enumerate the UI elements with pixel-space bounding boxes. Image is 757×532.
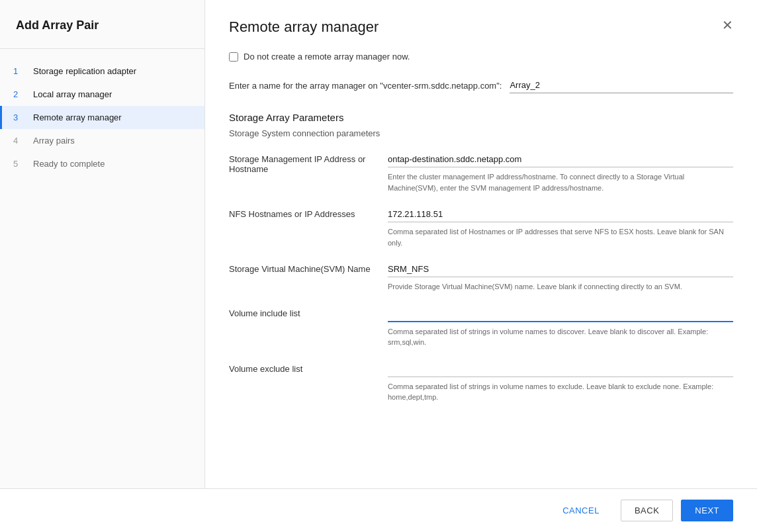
step-number-2: 2 [13,89,26,99]
field-input-0[interactable] [388,152,733,167]
form-group-3: Volume include listComma separated list … [229,306,733,348]
main-header: Remote array manager ✕ [229,19,733,36]
field-right-3: Comma separated list of strings in volum… [388,306,733,348]
form-group-4: Volume exclude listComma separated list … [229,361,733,403]
step-item-2[interactable]: 2 Local array manager [0,83,204,106]
field-input-2[interactable] [388,261,733,277]
main-panel: Remote array manager ✕ Do not create a r… [205,0,757,488]
section-subtitle: Storage System connection parameters [229,128,733,138]
field-right-1: Comma separated list of Hostnames or IP … [388,206,733,248]
no-create-label[interactable]: Do not create a remote array manager now… [244,52,410,62]
steps-list: 1 Storage replication adapter 2 Local ar… [0,49,204,186]
step-item-3[interactable]: 3 Remote array manager [0,106,204,129]
step-item-5[interactable]: 5 Ready to complete [0,152,204,175]
field-input-3[interactable] [388,306,733,322]
section-title: Storage Array Parameters [229,112,733,123]
form-group-2: Storage Virtual Machine(SVM) NameProvide… [229,261,733,292]
field-right-2: Provide Storage Virtual Machine(SVM) nam… [388,261,733,292]
no-create-checkbox[interactable] [229,52,238,62]
field-hint-4: Comma separated list of strings in volum… [388,381,733,403]
field-hint-3: Comma separated list of strings in volum… [388,326,733,348]
dialog-title: Add Array Pair [0,0,204,49]
cancel-button[interactable]: CANCEL [549,500,613,521]
step-number-4: 4 [13,136,26,146]
step-number-5: 5 [13,159,26,169]
field-label-0: Storage Management IP Address or Hostnam… [229,152,375,193]
page-title: Remote array manager [229,19,378,36]
field-label-4: Volume exclude list [229,361,375,403]
field-label-2: Storage Virtual Machine(SVM) Name [229,261,375,292]
back-button[interactable]: BACK [621,500,673,521]
field-right-0: Enter the cluster management IP address/… [388,152,733,193]
step-label-1: Storage replication adapter [33,66,136,76]
step-item-1[interactable]: 1 Storage replication adapter [0,60,204,83]
form-group-0: Storage Management IP Address or Hostnam… [229,152,733,193]
step-label-5: Ready to complete [33,159,105,169]
step-label-4: Array pairs [33,136,75,146]
field-right-4: Comma separated list of strings in volum… [388,361,733,403]
sidebar: Add Array Pair 1 Storage replication ada… [0,0,205,488]
array-name-label: Enter a name for the array manager on "v… [229,81,502,91]
form-group-1: NFS Hostnames or IP AddressesComma separ… [229,206,733,248]
step-number-1: 1 [13,66,26,76]
step-item-4[interactable]: 4 Array pairs [0,129,204,152]
field-label-3: Volume include list [229,306,375,348]
field-input-1[interactable] [388,206,733,222]
close-button[interactable]: ✕ [722,19,733,32]
form-fields: Storage Management IP Address or Hostnam… [229,152,733,403]
field-hint-2: Provide Storage Virtual Machine(SVM) nam… [388,281,733,292]
step-label-2: Local array manager [33,89,112,99]
step-number-3: 3 [13,112,26,122]
step-label-3: Remote array manager [33,112,122,122]
no-create-checkbox-row: Do not create a remote array manager now… [229,52,733,62]
field-label-1: NFS Hostnames or IP Addresses [229,206,375,248]
array-name-row: Enter a name for the array manager on "v… [229,77,733,93]
field-hint-1: Comma separated list of Hostnames or IP … [388,226,733,248]
next-button[interactable]: NEXT [681,500,733,521]
dialog-footer: CANCEL BACK NEXT [0,488,757,532]
field-input-4[interactable] [388,361,733,377]
array-name-input[interactable] [510,77,733,93]
add-array-pair-dialog: Add Array Pair 1 Storage replication ada… [0,0,757,532]
field-hint-0: Enter the cluster management IP address/… [388,171,733,193]
